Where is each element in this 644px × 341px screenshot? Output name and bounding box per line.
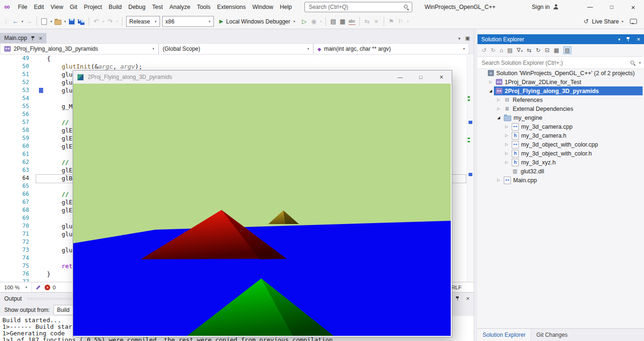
tree-item-body[interactable]: ++my_3d_object_with_color.cpp: [510, 140, 643, 149]
line-number[interactable]: 49: [0, 54, 34, 62]
tree-item[interactable]: ▷⊟References: [477, 95, 644, 104]
minimize-button[interactable]: —: [579, 0, 601, 14]
live-share-button[interactable]: ↺Live Share▾: [583, 16, 623, 27]
line-number[interactable]: 64: [0, 174, 34, 182]
close-icon[interactable]: ×: [466, 295, 470, 302]
line-number[interactable]: 53: [0, 86, 34, 94]
preview-selected-items-icon[interactable]: ▨: [563, 46, 571, 54]
sync-with-active-document-icon[interactable]: ⇆: [527, 47, 531, 54]
save-all-button[interactable]: [78, 16, 85, 27]
tree-item[interactable]: ▷hmy_3d_object_with_color.h: [477, 149, 644, 158]
menu-item-help[interactable]: Help: [276, 2, 295, 12]
expander-icon[interactable]: ▷: [503, 142, 510, 147]
line-number[interactable]: 70: [0, 222, 34, 230]
expander-icon[interactable]: ▷: [503, 124, 510, 129]
code-line[interactable]: 49{: [0, 54, 467, 62]
line-number[interactable]: 59: [0, 134, 34, 142]
navigate-back-button[interactable]: ←: [12, 16, 19, 27]
menu-item-window[interactable]: Window: [249, 2, 276, 12]
start-without-debugging-button[interactable]: ▷: [301, 16, 308, 27]
expander-icon[interactable]: ▷: [503, 151, 510, 155]
save-button[interactable]: [68, 16, 76, 27]
active-files-chevron-icon[interactable]: ▾: [458, 36, 461, 41]
line-format-icon[interactable]: ≡: [373, 16, 380, 27]
line-number[interactable]: 60: [0, 142, 34, 150]
tree-item-body[interactable]: hmy_3d_camera.h: [510, 131, 643, 140]
menu-item-view[interactable]: View: [47, 2, 67, 12]
pin-icon[interactable]: [626, 37, 630, 42]
spell-check-icon[interactable]: abc: [349, 18, 356, 25]
tree-item[interactable]: ▷++my_3d_object_with_color.cpp: [477, 140, 644, 149]
tree-item[interactable]: ▥glut32.dll: [477, 167, 644, 176]
expander-icon[interactable]: ▷: [495, 178, 502, 182]
home-icon[interactable]: ⌂: [500, 47, 503, 54]
line-number[interactable]: 72: [0, 238, 34, 246]
tree-item-body[interactable]: ++1Proj_Draw_2DLine_for_Test: [494, 78, 643, 86]
menu-item-test[interactable]: Test: [149, 2, 166, 12]
error-indicator[interactable]: × 0: [45, 285, 55, 290]
tab-git-changes[interactable]: Git Changes: [531, 329, 573, 341]
menu-item-build[interactable]: Build: [106, 2, 125, 12]
scope-dropdown[interactable]: (Global Scope) ▾: [159, 43, 313, 54]
line-number[interactable]: 57: [0, 118, 34, 126]
open-file-button[interactable]: [54, 16, 61, 27]
tab-options-icon[interactable]: ▣: [465, 35, 470, 41]
expander-icon[interactable]: ▷: [495, 98, 502, 102]
filter-icon[interactable]: ∇▾: [517, 47, 523, 54]
navigate-forward-button[interactable]: →: [26, 16, 33, 27]
line-number[interactable]: 65: [0, 182, 34, 190]
tree-item-body[interactable]: ++2Proj_Flying_along_3D_pyramids: [494, 86, 643, 95]
solution-explorer-titlebar[interactable]: Solution Explorer ▾ ×: [477, 34, 644, 44]
line-number[interactable]: 52: [0, 78, 34, 86]
tree-item-body[interactable]: hmy_3d_object_with_color.h: [510, 149, 643, 158]
menu-item-edit[interactable]: Edit: [30, 2, 47, 12]
redo-button[interactable]: ↷: [106, 16, 114, 27]
menu-item-extensions[interactable]: Extensions: [214, 2, 249, 12]
opengl-window-titlebar[interactable]: 2Proj_Flying_along_3D_pyramids — □ ×: [73, 70, 452, 84]
find-in-files-icon[interactable]: ▦: [339, 16, 346, 27]
tree-item-body[interactable]: ≡Solution 'WinProjects_OpenGL_C++' (2 of…: [486, 69, 643, 78]
line-number[interactable]: 74: [0, 254, 34, 262]
line-number[interactable]: 66: [0, 190, 34, 198]
line-number[interactable]: 56: [0, 110, 34, 118]
expander-icon[interactable]: ▷: [503, 133, 510, 138]
solution-explorer-search-input[interactable]: [481, 59, 627, 67]
tab-main-cpp[interactable]: Main.cpp ×: [0, 33, 46, 43]
line-number[interactable]: 71: [0, 230, 34, 238]
close-button[interactable]: ×: [622, 0, 644, 14]
forward-icon[interactable]: ↻: [491, 47, 495, 54]
expander-icon[interactable]: ▷: [495, 107, 502, 111]
sign-in-button[interactable]: Sign in: [532, 4, 559, 10]
expander-icon[interactable]: ▷: [503, 160, 510, 164]
line-number[interactable]: 62: [0, 158, 34, 166]
expander-icon[interactable]: ◢: [495, 116, 502, 120]
solution-explorer-search[interactable]: ▾: [477, 56, 644, 69]
code-analysis-indicator[interactable]: [38, 285, 39, 290]
expander-icon[interactable]: ▷: [487, 80, 494, 84]
line-number[interactable]: 69: [0, 214, 34, 222]
close-icon[interactable]: ×: [39, 35, 43, 42]
global-search-input[interactable]: [308, 3, 403, 11]
opengl-app-window[interactable]: 2Proj_Flying_along_3D_pyramids — □ ×: [73, 70, 452, 337]
tree-item-body[interactable]: ▥glut32.dll: [510, 167, 643, 176]
tab-solution-explorer[interactable]: Solution Explorer: [477, 329, 531, 341]
tree-item[interactable]: ≡Solution 'WinProjects_OpenGL_C++' (2 of…: [477, 69, 644, 78]
tree-item-body[interactable]: ++Main.cpp: [502, 176, 643, 185]
back-icon[interactable]: ↺: [482, 47, 486, 54]
bookmark-prev-icon[interactable]: ⚐: [397, 16, 404, 27]
minimize-button[interactable]: —: [390, 70, 410, 84]
pin-icon[interactable]: [31, 36, 35, 41]
tree-item[interactable]: ▷≣External Dependencies: [477, 104, 644, 113]
editor-scrollbar[interactable]: [467, 54, 474, 282]
pin-icon[interactable]: [455, 296, 460, 301]
code-line[interactable]: 50glutInit(&argc, argv);: [0, 62, 467, 70]
bookmark-icon[interactable]: ⚑: [388, 16, 395, 27]
close-icon[interactable]: ×: [636, 36, 640, 43]
start-debugging-button[interactable]: ▶Local Windows Debugger▾: [216, 16, 299, 27]
line-number[interactable]: 50: [0, 62, 34, 70]
project-dropdown[interactable]: ++ 2Proj_Flying_along_3D_pyramids ▾: [0, 43, 159, 54]
line-number[interactable]: 75: [0, 262, 34, 270]
refresh-icon[interactable]: ↻: [536, 47, 540, 54]
new-file-button[interactable]: [41, 16, 48, 27]
show-all-files-icon[interactable]: ▦: [553, 47, 559, 54]
